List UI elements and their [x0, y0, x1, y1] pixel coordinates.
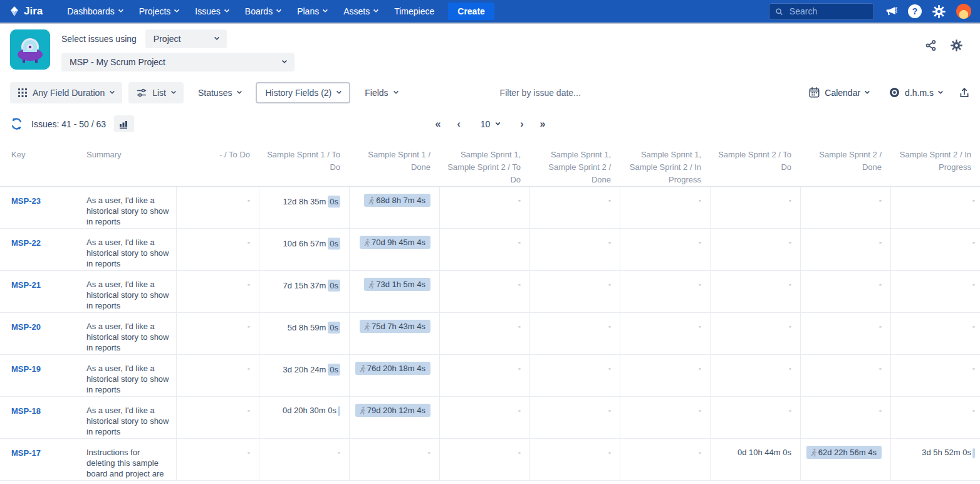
any-field-duration-dropdown[interactable]: Any Field Duration [10, 82, 122, 103]
duration-cell: 10d 6h 57m0s [259, 229, 349, 270]
next-page-button[interactable]: › [520, 118, 523, 130]
duration-cell: - [620, 271, 710, 312]
calendar-dropdown[interactable]: Calendar [805, 87, 873, 98]
duration-cell: 68d 8h 7m 4s [349, 187, 439, 228]
running-duration-badge[interactable]: 73d 1h 5m 4s [364, 278, 430, 291]
duration-cell: - [439, 397, 529, 438]
issue-key-link[interactable]: MSP-20 [0, 313, 84, 354]
nav-item-projects[interactable]: Projects [131, 3, 187, 20]
running-duration-badge[interactable]: 70d 9h 45m 4s [360, 236, 430, 249]
column-header: Sample Sprint 1 / Done [349, 141, 439, 186]
table-row: MSP-17Instructions for deleting this sam… [0, 439, 980, 481]
chevron-down-icon [237, 88, 242, 93]
fields-label: Fields [365, 88, 388, 98]
issue-key-link[interactable]: MSP-19 [0, 355, 84, 396]
page-size-dropdown[interactable]: 10 [477, 118, 504, 130]
duration-cell: 12d 8h 35m0s [259, 187, 349, 228]
megaphone-icon [885, 5, 897, 18]
duration-cell: - [620, 439, 710, 480]
nav-item-plans[interactable]: Plans [289, 3, 335, 20]
help-button[interactable]: ? [908, 4, 922, 18]
list-view-dropdown[interactable]: List [128, 82, 184, 103]
calendar-icon [809, 87, 820, 98]
issue-summary: As a user, I'd like a historical story t… [84, 229, 176, 270]
fields-dropdown[interactable]: Fields [357, 82, 405, 103]
statuses-label: Statuses [198, 88, 232, 98]
duration-cell: 3d 20h 24m0s [259, 355, 349, 396]
live-seconds-chip: 0s [328, 238, 340, 250]
announcements-button[interactable] [885, 5, 897, 18]
select-mode-dropdown[interactable]: Project [145, 29, 227, 48]
duration-cell: - [439, 187, 529, 228]
duration-cell: 70d 9h 45m 4s [349, 229, 439, 270]
duration-cell: - [710, 271, 800, 312]
duration-cell: 3d 5h 52m 0s [890, 439, 980, 480]
list-view-label: List [152, 88, 166, 98]
last-page-button[interactable]: » [540, 118, 545, 130]
chevron-down-icon [336, 88, 341, 93]
chart-view-button[interactable] [114, 115, 134, 132]
search-box[interactable] [769, 3, 874, 20]
refresh-button[interactable] [10, 117, 23, 130]
nav-item-assets[interactable]: Assets [335, 3, 386, 20]
app-icon [10, 29, 50, 70]
nav-item-label: Timepiece [394, 6, 434, 16]
nav-item-dashboards[interactable]: Dashboards [59, 3, 131, 20]
running-duration-badge[interactable]: 79d 20h 12m 4s [355, 404, 430, 417]
running-duration-badge[interactable]: 76d 20h 18m 4s [355, 362, 430, 375]
search-input[interactable] [788, 6, 868, 17]
chevron-down-icon [171, 88, 176, 93]
duration-units-dropdown[interactable]: d.h.m.s [885, 87, 946, 98]
issue-summary: As a user, I'd like a historical story t… [84, 313, 176, 354]
duration-cell: 75d 7h 43m 4s [349, 313, 439, 354]
chevron-down-icon [865, 88, 870, 93]
nav-item-issues[interactable]: Issues [187, 3, 236, 20]
issue-summary: As a user, I'd like a historical story t… [84, 271, 176, 312]
issue-summary: Instructions for deleting this sample bo… [84, 439, 176, 480]
nav-item-boards[interactable]: Boards [237, 3, 289, 20]
calendar-label: Calendar [825, 88, 860, 98]
duration-cell: - [620, 355, 710, 396]
runner-icon [367, 280, 375, 289]
nav-item-label: Plans [297, 6, 319, 16]
duration-cell: - [620, 397, 710, 438]
duration-cell: - [529, 355, 620, 396]
user-avatar[interactable] [956, 4, 971, 19]
column-header: Key [0, 141, 84, 186]
running-duration-badge[interactable]: 68d 8h 7m 4s [364, 194, 430, 207]
project-dropdown[interactable]: MSP - My Scrum Project [61, 53, 295, 71]
duration-cell: 62d 22h 56m 4s [800, 439, 890, 480]
share-button[interactable] [925, 39, 937, 51]
settings-button[interactable] [932, 5, 946, 18]
running-duration-badge[interactable]: 62d 22h 56m 4s [806, 446, 882, 459]
issue-date-filter-input[interactable] [412, 87, 800, 98]
duration-cell: - [890, 313, 980, 354]
issue-key-link[interactable]: MSP-23 [0, 187, 84, 228]
nav-item-timepiece[interactable]: Timepiece [386, 3, 442, 20]
export-button[interactable] [959, 87, 970, 98]
issues-count: Issues: 41 - 50 / 63 [31, 119, 106, 129]
column-header: Sample Sprint 2 / Done [800, 141, 890, 186]
issue-key-link[interactable]: MSP-21 [0, 271, 84, 312]
prev-page-button[interactable]: ‹ [457, 118, 459, 130]
select-mode-value: Project [154, 34, 181, 44]
issue-key-link[interactable]: MSP-17 [0, 439, 84, 480]
issue-key-link[interactable]: MSP-18 [0, 397, 84, 438]
create-button[interactable]: Create [448, 3, 494, 20]
statuses-dropdown[interactable]: Statuses [190, 82, 249, 103]
duration-cell: - [529, 439, 620, 480]
report-settings-button[interactable] [951, 39, 962, 51]
table-row: MSP-20As a user, I'd like a historical s… [0, 313, 980, 355]
table-row: MSP-21As a user, I'd like a historical s… [0, 271, 980, 313]
jira-logo[interactable]: Jira [9, 5, 43, 18]
duration-cell: - [620, 187, 710, 228]
bar-chart-icon [119, 119, 129, 129]
running-duration-badge[interactable]: 75d 7h 43m 4s [360, 320, 430, 333]
duration-cell: 7d 15h 37m0s [259, 271, 349, 312]
chevron-down-icon [495, 120, 500, 125]
issue-key-link[interactable]: MSP-22 [0, 229, 84, 270]
column-header: Sample Sprint 2 / To Do [710, 141, 800, 186]
history-fields-dropdown[interactable]: History Fields (2) [256, 82, 350, 103]
duration-cell: - [890, 187, 980, 228]
first-page-button[interactable]: « [435, 118, 440, 130]
